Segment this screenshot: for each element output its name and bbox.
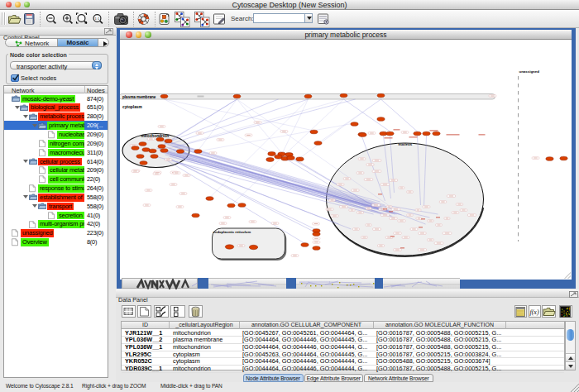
svg-text:nucleus: nucleus: [399, 142, 413, 146]
svg-text:mitochondrion: mitochondrion: [141, 134, 170, 138]
svg-text:unassigned: unassigned: [519, 69, 540, 74]
svg-text:1:1: 1:1: [95, 17, 100, 21]
svg-text:cytoplasm: cytoplasm: [122, 105, 142, 109]
svg-text:endoplasmic reticulum: endoplasmic reticulum: [213, 230, 251, 234]
svg-text:plasma membrane: plasma membrane: [122, 95, 156, 99]
svg-text:f(x): f(x): [529, 308, 538, 316]
